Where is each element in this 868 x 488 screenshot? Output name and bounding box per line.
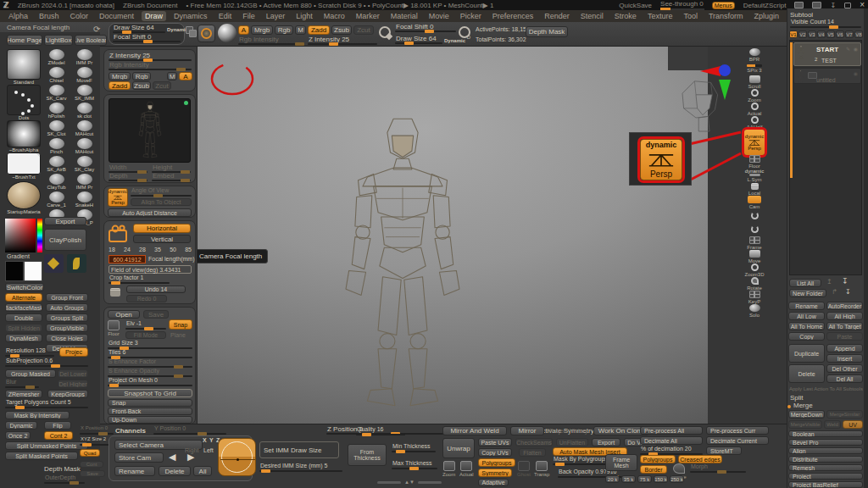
focal-preset[interactable]: 28 bbox=[139, 247, 146, 252]
save-button[interactable]: Save bbox=[143, 310, 169, 319]
menu-item[interactable]: Alpha bbox=[5, 11, 31, 21]
zoom-uv-button[interactable]: Zoom bbox=[442, 461, 455, 477]
zcut-button-2[interactable]: Zcut bbox=[153, 81, 171, 90]
close-icon[interactable]: × bbox=[860, 2, 865, 8]
focal-preset[interactable]: 18 bbox=[108, 247, 115, 252]
fill-mode-button[interactable]: Fill Mode bbox=[125, 331, 166, 339]
brush-item[interactable]: Pinch bbox=[44, 138, 69, 154]
export-uv-button[interactable]: Export bbox=[592, 438, 620, 446]
mirror-and-weld-button[interactable]: Mirror And Weld bbox=[442, 426, 507, 435]
menu-item[interactable]: Dynamics bbox=[170, 11, 211, 21]
mrgb-button[interactable]: Mrgb bbox=[251, 25, 273, 35]
subtool-title[interactable]: Subtool bbox=[790, 11, 813, 19]
zadd-button[interactable]: Zadd bbox=[308, 25, 330, 35]
mask-by-intensity-button[interactable]: Mask By Intensity bbox=[5, 411, 70, 419]
switchcolor-button[interactable]: SwitchColor bbox=[5, 283, 44, 291]
uv-button[interactable]: UV bbox=[843, 420, 863, 429]
angle-of-view-slider[interactable]: Angle Of View bbox=[131, 189, 192, 197]
menu-item[interactable]: Stroke bbox=[611, 11, 640, 21]
right-label[interactable]: Right bbox=[185, 447, 198, 453]
sculpt-figure[interactable] bbox=[322, 113, 483, 419]
decimation-preset-button[interactable]: 75 k bbox=[637, 475, 652, 483]
menu-item[interactable]: Light bbox=[292, 11, 316, 21]
decimation-preset-button[interactable]: 20 k bbox=[605, 475, 620, 483]
gradient-label[interactable]: Gradient bbox=[7, 253, 30, 259]
menu-item[interactable]: Color bbox=[67, 11, 92, 21]
prev-cam-icon[interactable]: ◀ bbox=[169, 452, 175, 463]
group-masked-button[interactable]: Group Masked bbox=[5, 369, 56, 378]
menu-item[interactable]: Brush bbox=[36, 11, 63, 21]
duplicate-button[interactable]: Duplicate bbox=[788, 344, 825, 363]
brush-item[interactable]: SK_Clot bbox=[44, 120, 69, 136]
creased-edges-button[interactable]: Creased edges bbox=[678, 455, 722, 463]
project-history-label[interactable]: Project History bbox=[549, 428, 588, 434]
a-button-2[interactable]: A bbox=[179, 72, 192, 80]
sidebar-toggle[interactable]: GroupVisible bbox=[46, 324, 88, 332]
shelf-item[interactable]: Floor bbox=[743, 155, 765, 169]
brush-item[interactable]: SK_Clay bbox=[72, 156, 97, 172]
morph-slider[interactable]: Morph bbox=[690, 465, 746, 474]
menu-item[interactable]: Document bbox=[96, 11, 137, 21]
current-brush-icon[interactable] bbox=[198, 25, 215, 42]
menu-item[interactable]: Texture bbox=[644, 11, 676, 21]
brush-item[interactable]: SnakeH bbox=[72, 191, 97, 208]
sidebar-toggle[interactable]: Double bbox=[5, 313, 42, 322]
y-position-slider[interactable]: Y Position 0 bbox=[153, 427, 226, 435]
focal-preset[interactable]: 24 bbox=[124, 247, 131, 252]
main-color-swatch[interactable] bbox=[5, 261, 24, 281]
target-polygons-slider[interactable]: Target Polygons Count 5 bbox=[5, 401, 88, 409]
quicksave-button[interactable]: QuickSave bbox=[619, 2, 652, 9]
align-to-object-button[interactable]: Align To Object bbox=[131, 198, 192, 206]
menu-item[interactable]: Movie bbox=[426, 11, 453, 21]
shelf-item[interactable]: Frame bbox=[743, 236, 765, 250]
subtool-list[interactable]: START ✎ ◉ 2 TEST untitled ◉ bbox=[789, 40, 862, 275]
brush-standard[interactable]: Standard bbox=[7, 49, 41, 85]
lightbox-button[interactable]: LightBox bbox=[44, 35, 73, 46]
shelf-item[interactable]: KeyP bbox=[743, 291, 765, 304]
subtool-tab[interactable]: V5 bbox=[826, 30, 835, 38]
subtool-action-button[interactable]: Rename bbox=[788, 302, 825, 310]
subtool-bottom-button[interactable]: Bevel Pro bbox=[788, 439, 863, 446]
once-button[interactable]: Once 2 bbox=[5, 431, 31, 440]
project-on-mesh-slider[interactable]: Project On Mesh 0 bbox=[108, 379, 192, 387]
mirror-button[interactable]: Mirror bbox=[510, 426, 544, 435]
menu-item[interactable]: Zplugin bbox=[751, 11, 783, 21]
split-unmasked-button[interactable]: Split Unmasked Points bbox=[5, 441, 88, 450]
subtool-bottom-button[interactable]: Project BasRelief bbox=[788, 481, 863, 488]
secondary-color-swatch[interactable] bbox=[24, 261, 42, 281]
grid-snap-item[interactable]: Snap bbox=[108, 399, 192, 407]
dynamic-button[interactable]: Dynamic bbox=[5, 421, 37, 430]
m-button-2[interactable]: M bbox=[167, 72, 177, 80]
rgb-button[interactable]: Rgb bbox=[275, 25, 293, 35]
claypolish-button[interactable]: ClayPolish bbox=[44, 229, 86, 251]
layer-stack-icon[interactable] bbox=[186, 26, 197, 37]
persp-button[interactable]: dynamic Persp bbox=[108, 188, 128, 207]
subtool-tab[interactable]: V6 bbox=[836, 30, 844, 38]
subtool-action-button[interactable]: All To Target bbox=[826, 322, 863, 330]
live-boolean-button[interactable]: Live Boolean bbox=[75, 35, 107, 46]
quad-button[interactable]: Quad bbox=[80, 449, 100, 457]
sym-y-button[interactable]: Y bbox=[209, 437, 214, 443]
mrgb-button-2[interactable]: Mrgb bbox=[108, 72, 131, 80]
grid-snap-item[interactable]: Front-Back bbox=[108, 408, 192, 415]
sidebar-toggle[interactable]: Split Hidden bbox=[5, 324, 42, 332]
bottom-scroll-handle[interactable]: ▲▼ bbox=[377, 480, 442, 485]
shelf-item[interactable]: BPR bbox=[743, 48, 765, 62]
z-intensity-slider[interactable]: Z Intensity 25 bbox=[308, 37, 377, 46]
transp-button[interactable]: Transp bbox=[534, 461, 549, 477]
brush-item[interactable]: MAHcut bbox=[72, 120, 97, 136]
sidebar-toggle[interactable]: Alternate bbox=[5, 293, 42, 302]
brush-item[interactable]: SK_Carv bbox=[44, 85, 69, 101]
move-down-icon[interactable]: ↧ bbox=[842, 277, 849, 286]
shelf-item[interactable]: SPix 3 bbox=[743, 62, 765, 75]
undo-button[interactable]: Undo 14 bbox=[126, 286, 186, 293]
focal-shift-slider[interactable]: Focal Shift 0 bbox=[113, 35, 181, 43]
flip-button[interactable]: Flip bbox=[44, 421, 71, 430]
shelf-item[interactable]: Actual bbox=[743, 103, 765, 116]
subtool-scroll-indicator[interactable] bbox=[790, 42, 793, 178]
subtool-action-button[interactable]: All High bbox=[826, 312, 863, 320]
m-button[interactable]: M bbox=[295, 25, 306, 35]
decimation-preset-button[interactable]: 250 k bbox=[670, 475, 684, 483]
brush-item[interactable]: sk clot bbox=[72, 103, 97, 119]
draw-size-slider-2[interactable]: Draw Size 64 bbox=[395, 36, 442, 45]
